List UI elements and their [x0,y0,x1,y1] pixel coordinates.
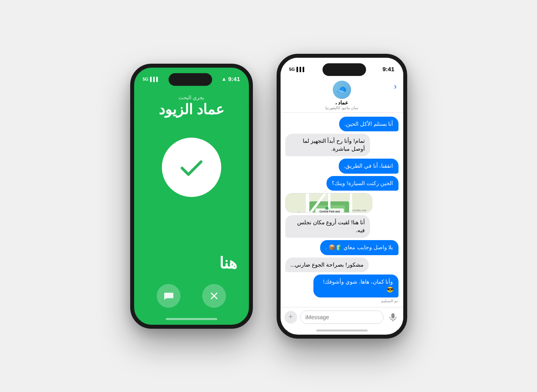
left-phone: 5G ▌▌▌ ▲ 9:41 يجري البحث عماد الزيود هنا [130,64,253,329]
cancel-button[interactable] [202,284,226,308]
messages-body: أنا بستلم الأكل الحين. تمام! وأنا رح أبد… [281,113,403,307]
checkmark-icon [176,151,207,183]
svg-text:Central Park and: Central Park and [319,210,340,212]
caller-name: عماد الزيود [134,101,249,118]
contact-avatar: 🧢 [333,81,351,99]
caller-section: يجري البحث عماد الزيود [134,95,249,118]
contact-name: عماد ، [335,100,349,106]
message-bubble: مشكور! بصراحة الجوع ضارني... [285,258,369,273]
message-bubble: أنا بستلم الأكل الحين. [339,117,398,132]
action-buttons [134,284,249,316]
message-bubble: اتفقنا، أنا في الطريق. [339,159,398,174]
checkmark-circle [162,138,221,197]
svg-text:LAUREL AVE: LAUREL AVE [352,209,366,212]
searching-label: يجري البحث [134,95,249,100]
delivered-label: تم التسليم [285,299,398,303]
here-label: هنا [134,254,249,272]
right-signal: 5G ▌▌▌ [289,67,306,72]
message-bubble: يلا واصل وجايب معاي 🧃📦 . [320,240,398,255]
input-bar: + [281,307,403,330]
map-image: MISSION DR LAUREL AVE NINTH AVE PALM AVE… [286,193,372,212]
svg-rect-23 [391,313,395,318]
mic-icon [389,313,397,322]
message-input[interactable] [300,311,383,324]
right-dynamic-island [323,63,366,76]
messages-header: › 🧢 عماد ، سان ماتيو، كاليفورنيا [281,78,403,113]
left-status-bar: 5G ▌▌▌ ▲ 9:41 [134,68,249,87]
message-bubble: وأنا كمان، هاها. شوي وأشوفك! 😎 [313,275,398,297]
contact-subtitle: سان ماتيو، كاليفورنيا [325,106,359,110]
add-button[interactable]: + [285,311,297,324]
message-bubble: أنا هنا! لقيت أروع مكان نجلس فيه. [285,215,370,238]
left-time: 9:41 [228,76,240,82]
message-bubble: تمام! وأنا رح أبدأ التجهيز لما أوصل مباش… [285,134,370,156]
home-indicator [166,318,217,320]
map-svg: MISSION DR LAUREL AVE NINTH AVE PALM AVE… [286,193,372,212]
left-signal: 5G ▌▌▌ [143,77,159,81]
home-indicator-right [316,330,368,331]
message-bubble: الحين ركنت السيارة! وينك؟ [326,176,398,191]
svg-text:▲: ▲ [326,208,328,210]
message-icon [163,290,174,301]
back-button[interactable]: › [394,81,397,92]
cancel-icon [209,290,220,301]
map-bubble[interactable]: MISSION DR LAUREL AVE NINTH AVE PALM AVE… [285,193,372,212]
right-status-bar: 5G ▌▌▌ 9:41 [281,58,403,78]
left-dynamic-island [169,73,212,86]
mic-button[interactable] [387,311,399,324]
right-time: 9:41 [382,66,394,72]
message-button[interactable] [157,284,180,308]
right-phone: 5G ▌▌▌ 9:41 › 🧢 عماد ، سان ماتيو، كاليفو… [277,54,407,339]
